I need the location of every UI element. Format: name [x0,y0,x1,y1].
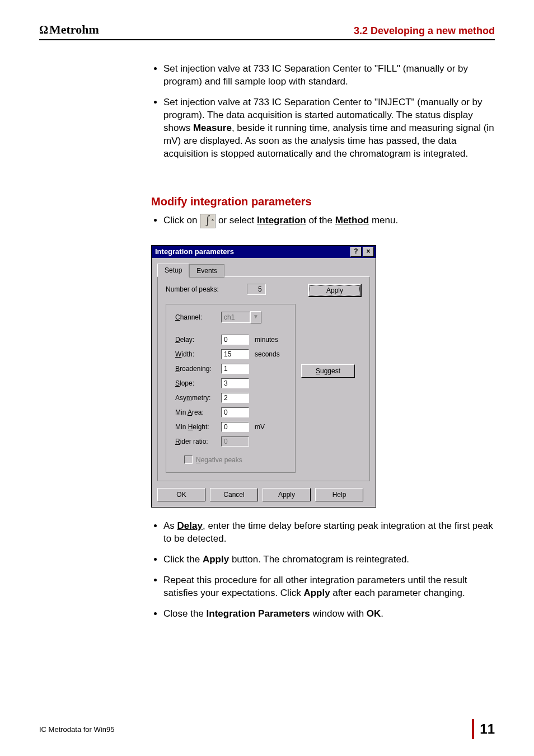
page-header: ΩMetrohm 3.2 Developing a new method [39,22,495,40]
riderratio-input [221,436,249,447]
footer-left: IC Metrodata for Win95 [39,725,114,734]
post-bullets: As Delay, enter the time delay before st… [151,520,495,621]
list-item: Set injection valve at 733 IC Separation… [163,63,495,88]
parameters-group: Channel: ch1 ▼ Delay: minutes [166,304,296,473]
minheight-label: Min Height: [175,422,221,431]
text: As [163,520,177,531]
text: button. The chromatogram is reintegrated… [229,554,409,565]
broadening-input[interactable] [221,364,249,374]
apply-ref: Apply [203,554,229,565]
integration-parameters-dialog: Integration parameters ? × Setup Events … [151,245,376,508]
list-item: As Delay, enter the time delay before st… [163,520,495,546]
dialog-titlebar: Integration parameters ? × [152,246,376,258]
text: menu. [369,215,398,226]
number-of-peaks-label: Number of peaks: [166,285,219,294]
list-item: Click the Apply button. The chromatogram… [163,553,495,566]
integration-toolbar-icon: x [200,214,216,228]
negative-peaks-checkbox[interactable] [184,456,193,464]
asymmetry-input[interactable] [221,393,249,403]
help-button[interactable]: Help [315,488,363,501]
dialog-tabs: Setup Events [157,264,370,277]
page-number: 11 [472,719,495,739]
measure-label: Measure [193,123,232,133]
minheight-unit: mV [255,422,265,431]
tab-setup[interactable]: Setup [157,264,189,277]
chevron-down-icon[interactable]: ▼ [250,311,261,323]
ok-ref: OK [367,608,381,619]
text: after each parameter changing. [330,588,465,598]
minarea-input[interactable] [221,407,249,417]
text: of the [306,215,335,226]
slope-label: Slope: [175,379,221,388]
text: Click the [163,554,203,565]
ok-button[interactable]: OK [157,488,205,501]
apply-button[interactable]: Apply [263,488,311,501]
method-menu-ref: Method [335,215,369,226]
apply-ref: Apply [303,588,330,598]
text: Close the [163,608,207,619]
slope-input[interactable] [221,378,249,388]
delay-label: Delay: [175,335,221,344]
list-item: Close the Integration Parameters window … [163,608,495,621]
width-input[interactable] [221,349,249,359]
section-heading: Modify integration parameters [151,194,495,209]
window-ref: Integration Parameters [207,608,310,619]
text: , enter the time delay before starting p… [163,520,493,544]
apply-inner-button[interactable]: Apply [308,284,362,297]
cancel-button[interactable]: Cancel [210,488,258,501]
delay-ref: Delay [177,520,203,531]
negative-peaks-label: Negative peaks [196,456,242,464]
text: . [381,608,383,619]
instruction-list: Click on x or select Integration of the … [151,214,495,228]
channel-value: ch1 [221,312,250,323]
integration-menu-ref: Integration [257,215,306,226]
dialog-title: Integration parameters [155,247,234,257]
suggest-button[interactable]: Suggest [301,364,355,378]
page-footer: IC Metrodata for Win95 11 [39,719,495,739]
omega-icon: Ω [39,24,48,36]
section-title: 3.2 Developing a new method [354,25,495,37]
channel-dropdown[interactable]: ch1 ▼ [221,311,261,323]
intro-bullets: Set injection valve at 733 IC Separation… [151,63,495,161]
brand-logo: ΩMetrohm [39,22,99,37]
text: window with [310,608,367,619]
riderratio-label: Rider ratio: [175,437,221,446]
text: Click on [163,215,200,226]
help-titlebar-button[interactable]: ? [350,247,362,257]
width-label: Width: [175,350,221,359]
list-item: Set injection valve at 733 IC Separation… [163,96,495,161]
close-titlebar-button[interactable]: × [363,247,374,257]
minarea-label: Min Area: [175,408,221,417]
width-unit: seconds [255,350,280,359]
minheight-input[interactable] [221,422,249,432]
tab-events[interactable]: Events [189,264,224,278]
delay-unit: minutes [255,335,278,344]
list-item: Repeat this procedure for all other inte… [163,574,495,600]
delay-input[interactable] [221,335,249,345]
asymmetry-label: Asymmetry: [175,393,221,402]
text: or select [216,215,257,226]
broadening-label: Broadening: [175,364,221,373]
channel-label: Channel: [175,313,221,322]
list-item: Click on x or select Integration of the … [163,214,495,228]
brand-name: Metrohm [49,22,99,37]
number-of-peaks-value: 5 [247,284,266,295]
